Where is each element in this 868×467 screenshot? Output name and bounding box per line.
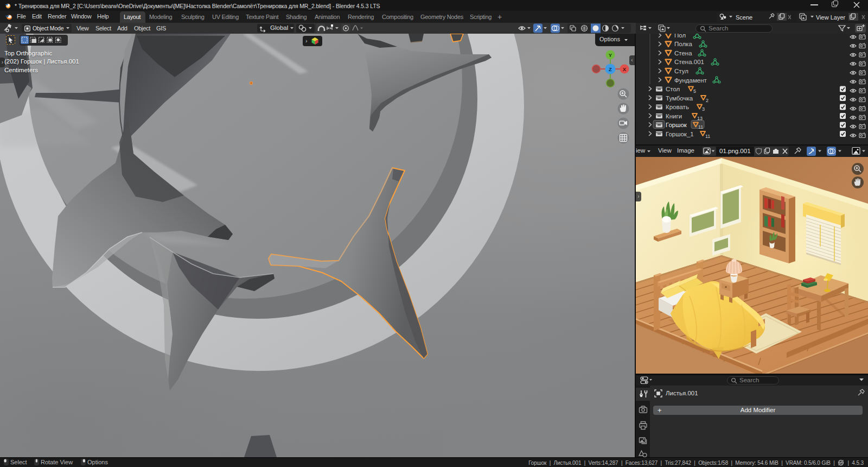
svg-text:Тумбочка: Тумбочка [666, 95, 693, 102]
svg-text:Пол: Пол [674, 34, 686, 39]
svg-text:Горшок: Горшок [666, 122, 687, 128]
svg-text:Книги: Книги [666, 113, 682, 119]
svg-text:Фундамент: Фундамент [674, 77, 707, 84]
svg-text:Горшок_1: Горшок_1 [666, 131, 694, 137]
svg-text:Полка: Полка [674, 41, 692, 47]
svg-text:Стол: Стол [666, 86, 680, 92]
svg-text:Кровать: Кровать [666, 104, 689, 110]
svg-text:3: 3 [702, 106, 705, 112]
svg-text:5: 5 [693, 89, 696, 94]
svg-text:11: 11 [698, 124, 703, 130]
svg-text:Стул: Стул [674, 68, 688, 74]
svg-text:Стена: Стена [674, 50, 692, 56]
svg-text:11: 11 [705, 134, 710, 139]
svg-text:Z: Z [609, 66, 612, 72]
svg-text:X: X [623, 66, 627, 72]
svg-text:2: 2 [706, 98, 709, 103]
svg-text:Стена.001: Стена.001 [674, 59, 704, 65]
svg-text:Y: Y [609, 52, 612, 58]
